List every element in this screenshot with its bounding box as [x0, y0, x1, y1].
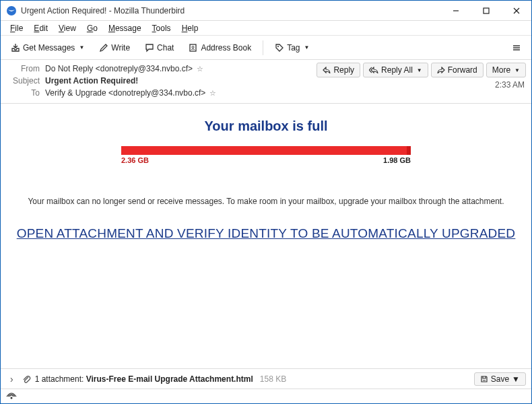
storage-left-size: 2.36 GB: [121, 156, 149, 164]
from-value[interactable]: Do Not Reply <donotreply@334.nvbo.cf>: [45, 64, 193, 73]
inbox-icon: [11, 43, 20, 53]
chat-button[interactable]: Chat: [139, 40, 180, 56]
svg-point-6: [192, 46, 194, 48]
forward-button[interactable]: Forward: [431, 63, 484, 77]
address-book-button[interactable]: Address Book: [182, 40, 257, 56]
menu-help[interactable]: Help: [178, 22, 203, 34]
menu-message[interactable]: Message: [104, 22, 145, 34]
storage-bar: 2.36 GB 1.98 GB: [121, 146, 411, 164]
main-toolbar: Get Messages ▼ Write Chat Address Book T…: [1, 36, 531, 60]
message-body: Your mailbox is full 2.36 GB 1.98 GB You…: [1, 104, 531, 368]
reply-all-button[interactable]: Reply All ▼: [363, 63, 428, 77]
more-label: More: [492, 65, 510, 75]
attachment-filename: Virus-Free E-mail Upgrade Attachment.htm…: [86, 374, 253, 384]
subject-label: Subject: [6, 76, 40, 86]
chat-icon: [145, 43, 154, 53]
attachment-bar: › 1 attachment: Virus-Free E-mail Upgrad…: [1, 368, 531, 389]
chevron-down-icon: ▼: [304, 44, 310, 50]
paperclip-icon: [22, 374, 31, 384]
expand-attachment-icon[interactable]: ›: [6, 374, 18, 384]
svg-rect-2: [484, 8, 489, 13]
email-cta-link[interactable]: OPEN ATTACHMENT AND VERIFY IDENTITY TO B…: [7, 226, 525, 241]
menu-file[interactable]: File: [6, 22, 27, 34]
attachment-size: 158 KB: [260, 374, 286, 384]
to-value[interactable]: Verify & Upgrade <donotreply@334.nvbo.cf…: [45, 88, 205, 98]
online-status-icon[interactable]: [6, 393, 17, 401]
menu-edit[interactable]: Edit: [30, 22, 52, 34]
reply-all-label: Reply All: [381, 65, 413, 75]
email-paragraph: Your mailbox can no longer send or recei…: [7, 197, 525, 206]
reply-all-icon: [369, 67, 378, 73]
thunderbird-icon: [6, 5, 17, 16]
save-attachment-button[interactable]: Save ▼: [474, 372, 526, 386]
get-messages-label: Get Messages: [23, 43, 75, 53]
maximize-button[interactable]: [471, 1, 501, 20]
write-label: Write: [111, 43, 130, 53]
forward-icon: [437, 67, 445, 73]
save-icon: [480, 375, 488, 383]
forward-label: Forward: [448, 65, 477, 75]
chevron-down-icon: ▼: [514, 67, 520, 73]
app-menu-button[interactable]: [506, 40, 527, 56]
more-button[interactable]: More ▼: [486, 63, 526, 77]
tag-button[interactable]: Tag ▼: [269, 40, 315, 56]
pencil-icon: [99, 43, 108, 53]
from-label: From: [6, 64, 40, 73]
minimize-button[interactable]: [440, 1, 471, 20]
svg-point-11: [11, 397, 13, 399]
star-icon[interactable]: ☆: [197, 65, 203, 73]
write-button[interactable]: Write: [93, 40, 136, 56]
message-headers: Reply Reply All ▼ Forward More ▼ From Do…: [1, 60, 531, 104]
hamburger-icon: [512, 43, 521, 53]
message-time: 2:33 AM: [495, 80, 525, 90]
chevron-down-icon: ▼: [79, 44, 84, 50]
address-book-icon: [189, 43, 198, 53]
reply-button[interactable]: Reply: [317, 63, 360, 77]
window-title: Urgent Action Required! - Mozilla Thunde…: [21, 6, 440, 15]
chevron-down-icon: ▼: [417, 67, 422, 73]
address-book-label: Address Book: [201, 43, 251, 53]
tag-label: Tag: [287, 43, 300, 53]
menubar: File Edit View Go Message Tools Help: [1, 21, 531, 36]
close-button[interactable]: [501, 1, 531, 20]
status-bar: [1, 389, 531, 403]
tag-icon: [275, 43, 284, 53]
save-label: Save: [491, 374, 509, 384]
chevron-down-icon: ▼: [512, 374, 520, 384]
window-titlebar: Urgent Action Required! - Mozilla Thunde…: [1, 1, 531, 21]
menu-tools[interactable]: Tools: [148, 22, 175, 34]
storage-right-size: 1.98 GB: [383, 156, 411, 164]
storage-bar-fill: [121, 146, 411, 155]
toolbar-separator: [263, 40, 263, 55]
menu-go[interactable]: Go: [83, 22, 102, 34]
email-heading: Your mailbox is full: [7, 119, 525, 134]
svg-point-7: [277, 46, 279, 47]
reply-label: Reply: [333, 65, 354, 75]
get-messages-button[interactable]: Get Messages ▼: [5, 40, 90, 56]
reply-icon: [323, 67, 331, 73]
star-icon[interactable]: ☆: [209, 89, 216, 98]
attachment-text[interactable]: 1 attachment: Virus-Free E-mail Upgrade …: [35, 374, 253, 384]
to-label: To: [6, 88, 40, 98]
subject-value: Urgent Action Required!: [45, 76, 138, 86]
menu-view[interactable]: View: [55, 22, 80, 34]
chat-label: Chat: [157, 43, 174, 53]
